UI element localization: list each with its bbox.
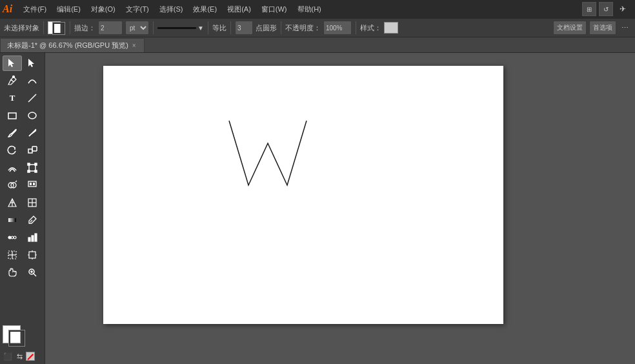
toolbar-divider-7 bbox=[356, 21, 356, 34]
select-tool[interactable] bbox=[3, 56, 22, 71]
zoom-tool[interactable] bbox=[23, 265, 42, 280]
svg-rect-4 bbox=[8, 113, 16, 119]
curvature-tool[interactable] bbox=[23, 73, 42, 88]
mesh-tool[interactable] bbox=[23, 195, 42, 210]
svg-rect-10 bbox=[28, 163, 30, 165]
line-tool[interactable] bbox=[23, 90, 42, 106]
toolbar-divider-3 bbox=[153, 21, 154, 34]
tool-grid: T bbox=[0, 53, 45, 284]
opacity-label: 不透明度： bbox=[285, 23, 321, 33]
gradient-tool[interactable] bbox=[3, 212, 22, 228]
svg-point-2 bbox=[13, 76, 15, 78]
menu-effect[interactable]: 效果(E) bbox=[188, 3, 221, 15]
stroke-unit-select[interactable]: pt px bbox=[125, 21, 149, 35]
preferences-button[interactable]: 首选项 bbox=[589, 21, 616, 35]
menu-view[interactable]: 视图(A) bbox=[223, 3, 256, 15]
ellipse-tool[interactable] bbox=[23, 108, 42, 123]
svg-marker-1 bbox=[28, 59, 34, 67]
stroke-width-input[interactable] bbox=[98, 21, 123, 35]
no-selection-label: 未选择对象 bbox=[4, 23, 39, 33]
fill-stroke-swatches bbox=[3, 325, 31, 349]
menu-select[interactable]: 选择(S) bbox=[155, 3, 188, 15]
default-colors-icon[interactable]: ⬛ bbox=[3, 351, 13, 361]
control-bar: 未选择对象 描边： pt px ▼ 等比 点圆形 不透明度： 样式： 文档设置 … bbox=[0, 18, 635, 37]
swap-colors-icon[interactable]: ⇆ bbox=[14, 351, 25, 361]
color-area: ⬛ ⇆ bbox=[0, 323, 45, 364]
menu-edit[interactable]: 编辑(E) bbox=[52, 3, 85, 15]
direct-select-tool[interactable] bbox=[23, 56, 42, 71]
fill-color-swatch[interactable] bbox=[48, 20, 66, 35]
shape-builder-tool[interactable] bbox=[3, 177, 22, 193]
none-color-icon[interactable] bbox=[26, 352, 35, 361]
svg-line-27 bbox=[30, 220, 32, 222]
warp-tool[interactable] bbox=[3, 160, 22, 176]
brush-tool[interactable] bbox=[3, 125, 22, 141]
hand-tool[interactable] bbox=[3, 265, 22, 280]
menu-object[interactable]: 对象(O) bbox=[86, 3, 120, 15]
toolbar-divider-5 bbox=[230, 21, 231, 34]
stroke-style-preview[interactable]: ▼ bbox=[157, 25, 204, 32]
sync-icon[interactable]: ↺ bbox=[599, 2, 613, 16]
stroke-swatch[interactable] bbox=[9, 330, 25, 346]
style-swatch[interactable] bbox=[384, 22, 398, 34]
svg-rect-12 bbox=[28, 170, 30, 172]
live-paint-tool[interactable] bbox=[23, 177, 42, 193]
svg-rect-31 bbox=[32, 236, 34, 241]
svg-rect-18 bbox=[30, 183, 32, 185]
tab-label: 未标题-1* @ 66.67% (RGB/GPU 预览) bbox=[7, 41, 128, 50]
app-logo: Ai bbox=[3, 3, 12, 15]
svg-rect-36 bbox=[29, 252, 35, 258]
left-toolbar: T bbox=[0, 53, 45, 364]
toolbar-divider-6 bbox=[281, 21, 281, 34]
artboard bbox=[103, 66, 503, 324]
tab-close-button[interactable]: × bbox=[132, 42, 136, 49]
svg-point-28 bbox=[8, 236, 11, 239]
point-count-input[interactable] bbox=[235, 21, 253, 35]
color-mode-row: ⬛ ⇆ bbox=[3, 351, 42, 361]
w-shape-path bbox=[229, 121, 307, 185]
menu-type[interactable]: 文字(T) bbox=[121, 3, 154, 15]
menu-bar: Ai 文件(F) 编辑(E) 对象(O) 文字(T) 选择(S) 效果(E) 视… bbox=[0, 0, 635, 18]
perspective-tool[interactable] bbox=[3, 195, 22, 210]
shape-label: 点圆形 bbox=[256, 23, 277, 33]
pencil-tool[interactable] bbox=[23, 125, 42, 141]
menu-window[interactable]: 窗口(W) bbox=[257, 3, 292, 15]
scale-tool[interactable] bbox=[23, 143, 42, 158]
document-tab[interactable]: 未标题-1* @ 66.67% (RGB/GPU 预览) × bbox=[0, 38, 145, 52]
artboard-tool[interactable] bbox=[23, 247, 42, 263]
blend-tool[interactable] bbox=[3, 230, 22, 245]
doc-settings-button[interactable]: 文档设置 bbox=[553, 21, 587, 35]
svg-point-5 bbox=[28, 112, 36, 119]
eyedropper-tool[interactable] bbox=[23, 212, 42, 228]
svg-rect-26 bbox=[8, 218, 16, 222]
opacity-input[interactable] bbox=[323, 21, 352, 35]
free-transform-tool[interactable] bbox=[23, 160, 42, 176]
svg-rect-8 bbox=[32, 147, 37, 151]
more-options-icon[interactable]: ⋯ bbox=[619, 24, 631, 32]
rotate-tool[interactable] bbox=[3, 143, 22, 158]
svg-rect-19 bbox=[33, 183, 35, 185]
canvas-viewport bbox=[45, 53, 635, 364]
toolbar-divider-4 bbox=[208, 21, 208, 34]
menu-file[interactable]: 文件(F) bbox=[19, 3, 51, 15]
svg-rect-30 bbox=[28, 238, 30, 241]
stroke-label: 描边： bbox=[74, 23, 96, 33]
pen-tool[interactable] bbox=[3, 73, 22, 88]
workspace-icon[interactable]: ⊞ bbox=[582, 2, 596, 16]
svg-line-42 bbox=[34, 274, 36, 276]
menu-help[interactable]: 帮助(H) bbox=[293, 3, 326, 15]
svg-line-3 bbox=[28, 94, 36, 102]
svg-rect-17 bbox=[28, 181, 36, 187]
style-label: 样式： bbox=[360, 23, 381, 33]
rect-tool[interactable] bbox=[3, 108, 22, 123]
main-area: T bbox=[0, 53, 635, 364]
type-tool[interactable]: T bbox=[3, 90, 22, 106]
svg-line-6 bbox=[29, 134, 31, 136]
equal-label: 等比 bbox=[212, 23, 227, 33]
canvas-area bbox=[45, 53, 635, 364]
slice-tool[interactable] bbox=[3, 247, 22, 263]
send-icon[interactable]: ✈ bbox=[616, 2, 630, 16]
chart-tool[interactable] bbox=[23, 230, 42, 245]
toolbar-divider-2 bbox=[70, 21, 70, 34]
svg-rect-11 bbox=[35, 163, 37, 165]
